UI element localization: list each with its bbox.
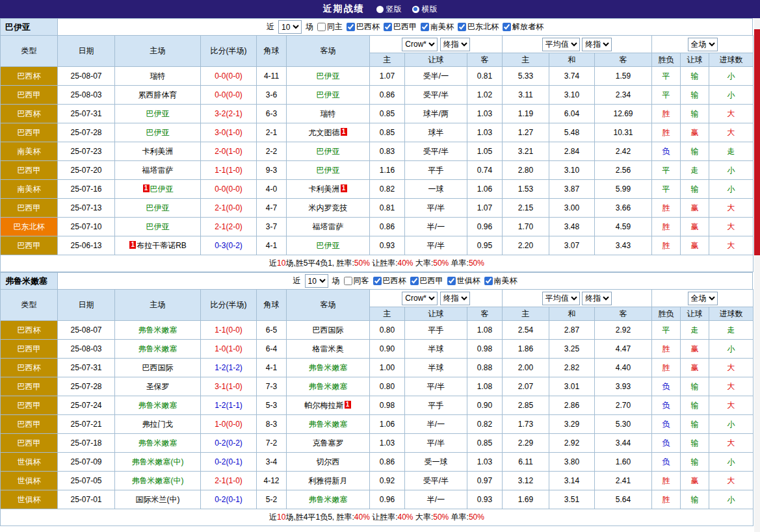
league-checkbox[interactable] [484, 277, 493, 285]
average-select[interactable]: 平均值 [542, 38, 580, 51]
score: 2-1(0-0) [201, 199, 257, 218]
away-team: 米内罗竞技 [287, 199, 370, 218]
sub-asian-away: 客 [467, 307, 503, 321]
match-type: 巴西甲 [1, 377, 58, 396]
odds-away: 0.88 [467, 359, 503, 377]
league-checkbox[interactable] [410, 277, 419, 285]
team-label: 巴伊亚 [317, 71, 340, 81]
league-filters: 巴西杯巴西甲世俱杯南美杯 [373, 275, 518, 286]
league-filter[interactable]: 南美杯 [421, 21, 454, 32]
content: 巴伊亚 近 10 场 同主 巴西杯巴西甲南美杯巴东北杯解放者杯 [0, 18, 753, 526]
league-checkbox[interactable] [447, 277, 456, 285]
result-outcome: 胜 [652, 359, 681, 377]
team-label: 巴伊亚 [317, 166, 340, 175]
odds-away: 0.95 [467, 236, 503, 255]
match-date: 25-07-31 [58, 105, 115, 123]
league-filter[interactable]: 巴西甲 [384, 21, 417, 32]
league-filter[interactable]: 世俱杯 [447, 275, 480, 286]
corner-score: 8-3 [257, 415, 287, 434]
final-odds-select2[interactable]: 终指 [582, 38, 612, 51]
filter-bar: 近 10 场 同主 巴西杯巴西甲南美杯巴东北杯解放者杯 [58, 19, 752, 35]
home-team: 国际米兰(中) [115, 490, 201, 509]
corner-score: 2-1 [257, 123, 287, 142]
match-date: 25-07-10 [58, 218, 115, 236]
team-label: 巴西国际 [142, 363, 174, 372]
col-corner: 角球 [257, 290, 287, 321]
euro-odds-header: 平均值 终指 [503, 36, 652, 53]
odds-home: 1.07 [370, 67, 405, 86]
result-handicap: 输 [681, 142, 709, 161]
section-header: 巴伊亚 近 10 场 同主 巴西杯巴西甲南美杯巴东北杯解放者杯 [0, 18, 753, 35]
score: 1-2(1-1) [201, 396, 257, 415]
score: 1-1(0-0) [201, 321, 257, 340]
odds-home: 0.96 [370, 490, 405, 509]
league-checkbox[interactable] [503, 23, 511, 31]
match-row: 巴西甲25-08-03弗鲁米嫩塞1-0(1-0)6-4格雷米奥0.90半球0.9… [1, 340, 753, 359]
avg-draw: 2.84 [549, 142, 595, 161]
asian-odds-header: Crow* 终指 [370, 36, 503, 53]
team-label: 巴伊亚 [146, 109, 170, 118]
avg-away: 5.30 [595, 415, 652, 434]
same-venue-checkbox[interactable] [317, 23, 326, 31]
final-odds-select2[interactable]: 终指 [582, 292, 612, 305]
league-checkbox[interactable] [421, 23, 429, 31]
odds-away: 0.74 [467, 161, 503, 180]
odds-home: 0.82 [370, 180, 405, 199]
league-checkbox[interactable] [384, 23, 392, 31]
recent-count-select[interactable]: 10 [305, 274, 328, 288]
scope-select[interactable]: 全场 [688, 38, 718, 51]
match-date: 25-06-13 [58, 236, 115, 255]
score: 1-0(1-0) [201, 340, 257, 359]
league-checkbox[interactable] [458, 23, 466, 31]
result-goals: 小 [709, 161, 753, 180]
result-outcome: 胜 [652, 218, 681, 236]
scope-select[interactable]: 全场 [688, 292, 718, 305]
layout-radio-horizontal[interactable]: 横版 [412, 4, 438, 15]
red-card-badge: 1 [345, 401, 351, 409]
summary-part: 40% [398, 513, 413, 522]
bookmaker-select[interactable]: Crow* [402, 292, 438, 305]
final-odds-select[interactable]: 终指 [440, 292, 470, 305]
avg-away: 2.92 [595, 321, 652, 340]
average-select[interactable]: 平均值 [542, 292, 580, 305]
sub-euro-draw: 和 [549, 53, 595, 67]
same-venue-checkbox[interactable] [344, 277, 352, 285]
league-filter[interactable]: 巴西甲 [410, 275, 443, 286]
league-filter[interactable]: 巴东北杯 [458, 21, 499, 32]
odds-away: 0.96 [467, 218, 503, 236]
league-label: 巴西甲 [393, 21, 417, 32]
avg-draw: 3.10 [549, 86, 595, 105]
final-odds-select[interactable]: 终指 [440, 38, 470, 51]
sub-euro-home: 主 [503, 53, 549, 67]
league-checkbox[interactable] [347, 23, 355, 31]
league-filter[interactable]: 南美杯 [484, 275, 518, 286]
match-type: 世俱杯 [1, 453, 58, 472]
avg-home: 5.33 [503, 67, 549, 86]
avg-away: 10.31 [595, 123, 652, 142]
recent-count-select[interactable]: 10 [278, 20, 302, 34]
team-label: 国际米兰(中) [136, 495, 180, 504]
same-venue-filter[interactable]: 同主 [317, 21, 343, 32]
score: 1-0(0-0) [201, 415, 257, 434]
league-checkbox[interactable] [373, 277, 382, 285]
odds-handicap: 平手 [405, 161, 467, 180]
bookmaker-select[interactable]: Crow* [402, 38, 438, 51]
league-filter[interactable]: 巴西杯 [347, 21, 380, 32]
match-date: 25-07-13 [58, 199, 115, 218]
near-label: 近 [267, 21, 274, 32]
score: 3-0(1-0) [201, 123, 257, 142]
league-filter[interactable]: 解放者杯 [503, 21, 544, 32]
summary-part: 10 [277, 259, 285, 268]
odds-away: 1.03 [467, 105, 503, 123]
scrollbar-thumb[interactable] [754, 29, 760, 255]
result-goals: 小 [709, 490, 753, 509]
result-goals: 小 [709, 415, 753, 434]
corner-score: 3-6 [257, 86, 287, 105]
match-type: 巴西甲 [1, 199, 58, 218]
summary-row: 近10场,胜5平4负1, 胜率:50% 让胜率:40% 大率:50% 单率:50… [1, 255, 753, 272]
league-filter[interactable]: 巴西杯 [373, 275, 406, 286]
same-venue-filter[interactable]: 同客 [344, 275, 369, 286]
layout-radio-vertical[interactable]: 竖版 [376, 4, 402, 15]
match-row: 巴西杯25-07-31巴西国际1-2(1-2)4-1弗鲁米嫩塞1.00半球0.8… [1, 359, 753, 377]
match-row: 世俱杯25-07-01国际米兰(中)0-2(0-1)5-2弗鲁米嫩塞0.96半/… [1, 490, 753, 509]
